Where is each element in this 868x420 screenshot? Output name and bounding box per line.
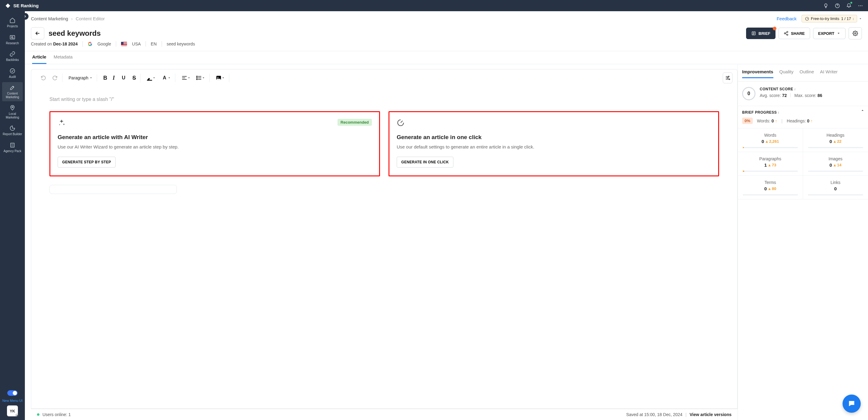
ai-writer-card: Recommended Generate an article with AI … (50, 111, 380, 176)
more-icon[interactable] (858, 3, 863, 8)
image-icon (216, 75, 222, 81)
gauge-icon (805, 17, 809, 21)
tab-article[interactable]: Article (32, 54, 46, 64)
card-title: Generate an article in one click (397, 134, 711, 140)
google-icon (88, 41, 93, 46)
sidebar-item-projects[interactable]: Projects (2, 15, 23, 31)
svg-point-1 (858, 5, 859, 6)
tab-quality[interactable]: Quality (779, 69, 794, 78)
sidebar-item-backlinks[interactable]: Backlinks (2, 49, 23, 64)
card-title: Generate an article with AI Writer (58, 134, 372, 140)
limits-dropdown[interactable]: Free-to-try limits 1 / 17 i (802, 15, 862, 23)
brand[interactable]: SE Ranking (5, 3, 38, 9)
strikethrough-button[interactable]: S (130, 74, 138, 83)
generate-one-click-button[interactable]: GENERATE IN ONE CLICK (397, 157, 454, 168)
svg-point-13 (784, 33, 785, 34)
svg-point-18 (197, 77, 198, 78)
users-online: Users online: 1 (42, 412, 71, 417)
sidebar-item-report-builder[interactable]: Report Builder (2, 123, 23, 138)
svg-point-5 (11, 36, 13, 38)
share-icon (784, 31, 788, 36)
sidebar-item-agency-pack[interactable]: Agency Pack (2, 140, 23, 156)
sidebar-item-local-marketing[interactable]: Local Marketing (2, 102, 23, 122)
expand-sidebar-button[interactable] (22, 13, 29, 20)
view-versions-link[interactable]: View article versions (690, 412, 732, 417)
share-label: SHARE (791, 31, 805, 36)
caret-down-icon (202, 76, 205, 79)
collapse-button[interactable] (861, 108, 864, 113)
underline-button[interactable]: U (118, 74, 129, 82)
notifications-button[interactable] (846, 2, 851, 9)
help-icon[interactable] (835, 3, 840, 8)
tab-outline[interactable]: Outline (800, 69, 814, 78)
svg-point-19 (197, 79, 198, 80)
country: USA (132, 41, 141, 46)
link-icon (9, 51, 16, 57)
speed-icon (397, 119, 405, 127)
export-button[interactable]: EXPORT (813, 28, 845, 39)
toolbar-advanced-button[interactable] (723, 72, 733, 83)
sidebar-item-content-marketing[interactable]: Content Marketing (2, 82, 23, 101)
arrow-up-icon: ↑ (811, 119, 813, 123)
brief-button[interactable]: BRIEF (746, 28, 775, 39)
share-button[interactable]: SHARE (778, 28, 810, 39)
list-button[interactable] (194, 74, 207, 82)
menu-mode-toggle[interactable] (7, 390, 18, 396)
chevron-right-icon (23, 14, 27, 18)
limits-label: Free-to-try limits (811, 17, 839, 21)
limits-pill: Free-to-try limits 1 / 17 i (802, 15, 857, 23)
tab-improvements[interactable]: Improvements (742, 69, 773, 78)
brief-headings: Headings: 0 ↑ (787, 119, 813, 123)
svg-point-15 (855, 33, 856, 34)
brief-title: BRIEF PROGRESS i (742, 110, 864, 115)
breadcrumb-row: Content Marketing › Content Editor Feedb… (25, 11, 868, 25)
metric-links: Links 0 (803, 176, 868, 199)
crumb-current: Content Editor (76, 16, 105, 21)
back-button[interactable] (31, 27, 44, 39)
one-click-card: Generate an article in one click Use our… (389, 111, 719, 176)
user-avatar[interactable]: YK (7, 406, 18, 416)
arrow-up-icon: ↑ (775, 119, 777, 123)
text-color-button[interactable]: A (159, 74, 173, 82)
feedback-link[interactable]: Feedback (777, 16, 797, 21)
sidebar-item-research[interactable]: Research (2, 32, 23, 47)
generate-step-by-step-button[interactable]: GENERATE STEP BY STEP (58, 157, 116, 168)
undo-button[interactable] (38, 74, 48, 82)
caret-down-icon (168, 76, 171, 79)
svg-point-2 (860, 5, 861, 6)
max-score: Max. score: 86 (794, 93, 822, 98)
editor-body[interactable]: Start writing or type a slash "/" Recomm… (31, 86, 738, 409)
align-button[interactable] (180, 74, 192, 82)
right-tabs: Improvements Quality Outline AI Writer (738, 69, 868, 82)
chat-fab[interactable] (842, 394, 861, 413)
idea-icon[interactable] (823, 3, 829, 8)
paragraph-dropdown[interactable]: Paragraph (67, 74, 94, 82)
info-icon[interactable]: i (795, 87, 796, 91)
bold-button[interactable]: B (101, 74, 109, 83)
sidebar-item-audit[interactable]: Audit (2, 65, 23, 81)
crumb-parent[interactable]: Content Marketing (31, 16, 68, 21)
settings-button[interactable] (848, 27, 862, 39)
content-score-block: 0 CONTENT SCORE i Avg. score: 72 Max. sc… (738, 82, 868, 106)
search-engine: Google (97, 41, 111, 46)
sidebar-label: Projects (7, 25, 18, 28)
sliders-icon (725, 75, 730, 80)
gear-icon (15, 413, 19, 418)
italic-button[interactable]: I (111, 74, 117, 83)
image-insert-button[interactable] (214, 74, 226, 82)
sidebar-label: Agency Pack (4, 150, 21, 153)
highlight-color-button[interactable] (145, 74, 157, 82)
info-icon[interactable]: i (778, 110, 779, 114)
tab-aiwriter[interactable]: AI Writer (820, 69, 838, 78)
textcolor-icon: A (161, 75, 168, 80)
italic-icon: I (113, 75, 115, 81)
page-title: seed keywords (49, 29, 101, 38)
info-icon: i (853, 17, 854, 21)
redo-button[interactable] (50, 74, 60, 82)
tab-metadata[interactable]: Metadata (54, 54, 73, 64)
underline-icon: U (120, 75, 127, 80)
caret-down-icon (859, 17, 862, 20)
bell-icon (846, 2, 851, 8)
limits-count: 1 / 17 (841, 17, 851, 21)
online-dot-icon (37, 413, 39, 416)
